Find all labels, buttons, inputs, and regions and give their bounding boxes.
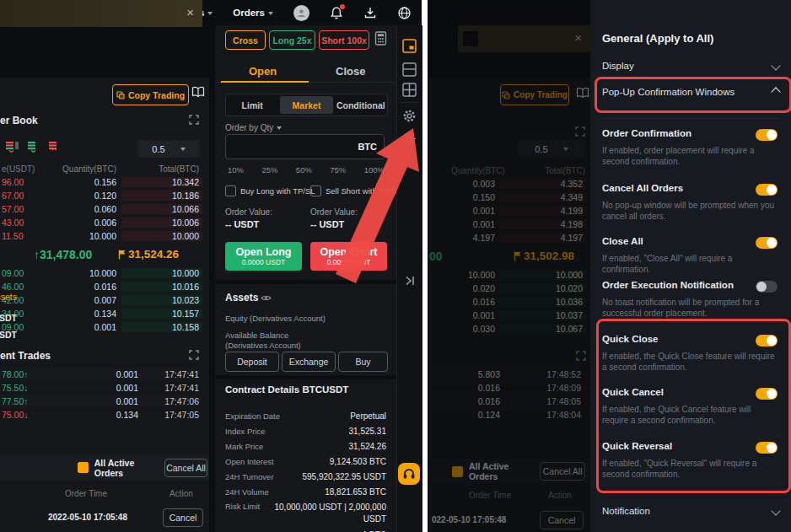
deposit-action-button[interactable]: Deposit	[225, 352, 279, 372]
percent-100[interactable]: 100%	[364, 165, 385, 175]
trade-row[interactable]: 77.50↑0.00117:47:06	[0, 395, 199, 408]
cancel-all-button[interactable]: Cancel All	[164, 459, 207, 477]
order-type-limit[interactable]: Limit	[226, 94, 278, 116]
all-active-orders-checkbox[interactable]	[78, 462, 89, 473]
cancel-order-button[interactable]: Cancel	[163, 508, 203, 527]
orderbook-headers: e(USDT) Quantity(BTC) Total(BTC)	[0, 162, 202, 175]
tp-sl-long-checkbox[interactable]	[225, 185, 236, 196]
collapse-panel-button[interactable]	[404, 275, 416, 287]
percent-25[interactable]: 25%	[261, 165, 277, 175]
percent-75[interactable]: 75%	[330, 165, 346, 175]
tutorial-book-button[interactable]	[191, 86, 205, 98]
calculator-icon	[374, 31, 387, 46]
orderbook-title: er Book	[0, 115, 38, 126]
flag-icon	[118, 250, 126, 260]
layout-split-button[interactable]	[402, 62, 417, 77]
margin-mode-button[interactable]: Cross	[225, 30, 266, 50]
calculator-button[interactable]	[374, 31, 387, 46]
last-price[interactable]: ↑31,478.00	[34, 248, 92, 261]
bid-row[interactable]: 09.000.00110.158	[0, 320, 202, 334]
copy-trading-button[interactable]: Copy Trading	[112, 84, 189, 105]
globe-icon	[397, 6, 412, 20]
ask-row[interactable]: 43.000.00610.006	[0, 216, 202, 229]
support-button[interactable]	[398, 463, 420, 485]
percent-50[interactable]: 50%	[296, 165, 312, 175]
percent-10[interactable]: 10%	[228, 165, 244, 175]
orderbook-expand-button[interactable]	[189, 115, 199, 125]
trade-row[interactable]: 75.50↓0.00117:47:41	[0, 381, 199, 395]
all-active-orders-label: All Active Orders	[94, 458, 164, 478]
setting-order-confirmation: Order Confirmation	[602, 128, 691, 138]
last-price-row: ↑31,478.00 31,524.26	[0, 243, 202, 266]
trade-row[interactable]: 75.00↓0.13417:47:05	[0, 408, 199, 422]
equity-label: Equity (Derivatives Account)	[225, 314, 326, 323]
quantity-input[interactable]: BTC	[225, 134, 385, 159]
depth-view-both-icon[interactable]	[6, 142, 19, 153]
col-quantity: Quantity(BTC)	[52, 164, 116, 174]
toggle-order-execution-notification[interactable]	[756, 281, 778, 293]
notifications-bell[interactable]	[330, 6, 343, 20]
mark-price[interactable]: 31,524.26	[118, 248, 179, 261]
depth-view-bids-icon[interactable]	[28, 142, 40, 153]
brightness-button[interactable]	[402, 132, 417, 146]
short-leverage-button[interactable]: Short 100x	[319, 30, 369, 50]
long-leverage-button[interactable]: Long 25x	[269, 30, 315, 50]
section-notification[interactable]: Notification	[602, 506, 779, 516]
chevron-down-icon	[771, 506, 780, 515]
bid-row[interactable]: 09.0010.00010.000	[0, 266, 202, 280]
language-selector[interactable]	[397, 6, 412, 20]
ask-row[interactable]: 57.000.06010.066	[0, 202, 202, 216]
precision-select[interactable]: 0.5	[137, 140, 200, 158]
ask-row[interactable]: 96.000.15610.342	[0, 175, 202, 189]
col-order-time: Order Time	[52, 489, 120, 498]
ask-row[interactable]: 67.000.12010.186	[0, 189, 202, 202]
toggle-order-confirmation[interactable]	[756, 129, 778, 141]
layout-grid-button[interactable]	[402, 83, 417, 97]
order-value-label-long: Order Value:	[225, 207, 272, 217]
tab-active-underline	[221, 81, 309, 83]
tp-sl-short[interactable]: Sell Short with TP/SL	[310, 185, 401, 196]
depth-view-asks-icon[interactable]	[49, 142, 62, 153]
deposit-button[interactable]	[363, 6, 377, 19]
quantity-unit: BTC	[358, 142, 377, 152]
sun-icon	[402, 132, 417, 146]
setting-close-all: Close All	[602, 236, 643, 246]
exchange-action-button[interactable]: Exchange	[282, 352, 336, 372]
tp-sl-long[interactable]: Buy Long with TP/SL	[225, 185, 315, 196]
percent-shortcuts: 10% 25% 50% 75% 100%	[228, 165, 385, 175]
bid-row[interactable]: 46.000.01610.016	[0, 280, 202, 293]
settings-divider	[602, 118, 781, 119]
settings-button[interactable]	[402, 109, 417, 123]
recent-trades-title: ent Trades	[0, 350, 51, 362]
order-type-conditional[interactable]: Conditional	[335, 94, 387, 116]
order-type-market[interactable]: Market	[280, 96, 332, 114]
open-short-button[interactable]: Open Short 0.0000 USDT	[310, 242, 387, 271]
tp-sl-short-checkbox[interactable]	[310, 185, 321, 196]
order-time-value: 2022-05-10 17:05:48	[48, 513, 127, 522]
order-value-short: -- USDT	[310, 219, 344, 229]
layout-single-button[interactable]	[402, 39, 417, 53]
trade-row[interactable]: 78.00↑0.00117:47:41	[0, 368, 199, 381]
contract-details-title: Contract Details BTCUSDT	[225, 384, 348, 395]
buy-action-button[interactable]: Buy	[338, 352, 388, 372]
close-icon[interactable]: ×	[186, 5, 194, 19]
chevron-down-icon	[207, 12, 213, 15]
open-long-button[interactable]: Open Long 0.0000 USDT	[225, 242, 302, 271]
avatar[interactable]	[293, 5, 309, 21]
transfer-assets-link[interactable]: Transfer Assets	[0, 292, 17, 302]
ask-row[interactable]: 11.5010.00010.000	[0, 229, 202, 243]
modal-dim-overlay	[428, 0, 590, 532]
qty-label[interactable]: Order by Qty	[225, 123, 282, 132]
bid-row[interactable]: 34.000.13410.157	[0, 307, 202, 320]
tab-open[interactable]: Open	[249, 65, 277, 78]
bid-row[interactable]: 42.000.00710.023	[0, 293, 202, 307]
eye-icon[interactable]	[261, 294, 272, 302]
chevron-down-icon	[180, 148, 186, 151]
headset-icon	[402, 468, 416, 481]
tab-close[interactable]: Close	[336, 65, 365, 78]
toggle-close-all[interactable]	[756, 237, 778, 249]
toggle-cancel-all-orders[interactable]	[756, 184, 778, 196]
recent-trades-expand-button[interactable]	[189, 350, 199, 360]
nav-orders[interactable]: Orders	[233, 8, 273, 18]
section-display[interactable]: Display	[602, 61, 779, 71]
